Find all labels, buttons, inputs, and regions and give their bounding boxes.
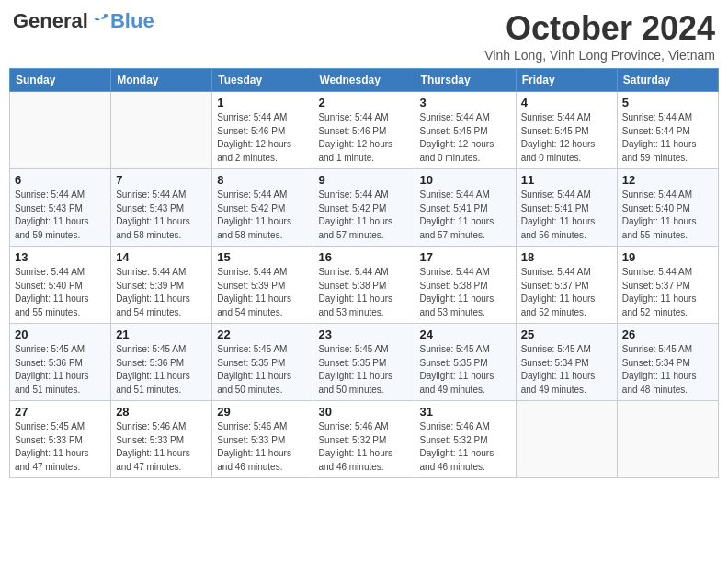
day-number: 26 xyxy=(622,327,713,341)
calendar-day-cell: 31Sunrise: 5:46 AM Sunset: 5:32 PM Dayli… xyxy=(415,401,516,478)
calendar-day-cell: 18Sunrise: 5:44 AM Sunset: 5:37 PM Dayli… xyxy=(516,247,617,324)
calendar-day-cell: 4Sunrise: 5:44 AM Sunset: 5:45 PM Daylig… xyxy=(516,92,617,169)
day-info: Sunrise: 5:44 AM Sunset: 5:45 PM Dayligh… xyxy=(420,111,511,165)
day-of-week-header: Monday xyxy=(111,69,212,92)
calendar-day-cell: 25Sunrise: 5:45 AM Sunset: 5:34 PM Dayli… xyxy=(516,324,617,401)
calendar-header-row: SundayMondayTuesdayWednesdayThursdayFrid… xyxy=(10,69,719,92)
day-info: Sunrise: 5:44 AM Sunset: 5:45 PM Dayligh… xyxy=(521,111,612,165)
day-of-week-header: Sunday xyxy=(10,69,111,92)
calendar-day-cell: 12Sunrise: 5:44 AM Sunset: 5:40 PM Dayli… xyxy=(617,169,718,247)
day-number: 31 xyxy=(420,405,511,419)
calendar-week-row: 6Sunrise: 5:44 AM Sunset: 5:43 PM Daylig… xyxy=(10,169,719,247)
day-number: 9 xyxy=(318,173,409,187)
day-number: 17 xyxy=(420,250,511,264)
day-info: Sunrise: 5:45 AM Sunset: 5:35 PM Dayligh… xyxy=(420,343,511,396)
day-info: Sunrise: 5:45 AM Sunset: 5:34 PM Dayligh… xyxy=(521,343,612,396)
calendar-week-row: 13Sunrise: 5:44 AM Sunset: 5:40 PM Dayli… xyxy=(10,247,719,324)
calendar-day-cell: 16Sunrise: 5:44 AM Sunset: 5:38 PM Dayli… xyxy=(313,247,415,324)
calendar-day-cell: 20Sunrise: 5:45 AM Sunset: 5:36 PM Dayli… xyxy=(10,324,111,401)
day-number: 24 xyxy=(420,327,511,341)
day-number: 2 xyxy=(318,96,409,109)
calendar-day-cell: 9Sunrise: 5:44 AM Sunset: 5:42 PM Daylig… xyxy=(313,169,415,247)
day-info: Sunrise: 5:44 AM Sunset: 5:37 PM Dayligh… xyxy=(622,266,713,319)
day-info: Sunrise: 5:44 AM Sunset: 5:43 PM Dayligh… xyxy=(116,189,207,242)
calendar-day-cell: 28Sunrise: 5:46 AM Sunset: 5:33 PM Dayli… xyxy=(111,401,212,478)
calendar-day-cell: 23Sunrise: 5:45 AM Sunset: 5:35 PM Dayli… xyxy=(313,324,415,401)
day-info: Sunrise: 5:44 AM Sunset: 5:39 PM Dayligh… xyxy=(116,266,207,319)
day-info: Sunrise: 5:44 AM Sunset: 5:42 PM Dayligh… xyxy=(318,189,409,242)
day-number: 4 xyxy=(521,96,612,109)
day-info: Sunrise: 5:46 AM Sunset: 5:33 PM Dayligh… xyxy=(116,420,207,474)
day-number: 6 xyxy=(15,173,106,187)
calendar-day-cell: 19Sunrise: 5:44 AM Sunset: 5:37 PM Dayli… xyxy=(617,247,718,324)
calendar-day-cell: 24Sunrise: 5:45 AM Sunset: 5:35 PM Dayli… xyxy=(415,324,516,401)
day-number: 14 xyxy=(116,250,207,264)
calendar-day-cell: 15Sunrise: 5:44 AM Sunset: 5:39 PM Dayli… xyxy=(212,247,313,324)
day-number: 11 xyxy=(521,173,612,187)
day-info: Sunrise: 5:44 AM Sunset: 5:46 PM Dayligh… xyxy=(217,111,308,165)
day-of-week-header: Tuesday xyxy=(212,69,313,92)
day-number: 20 xyxy=(15,327,106,341)
day-info: Sunrise: 5:46 AM Sunset: 5:32 PM Dayligh… xyxy=(420,420,511,474)
day-info: Sunrise: 5:44 AM Sunset: 5:38 PM Dayligh… xyxy=(318,266,409,319)
calendar-week-row: 27Sunrise: 5:45 AM Sunset: 5:33 PM Dayli… xyxy=(10,401,719,478)
day-number: 23 xyxy=(318,327,409,341)
day-number: 8 xyxy=(217,173,308,187)
calendar-day-cell: 22Sunrise: 5:45 AM Sunset: 5:35 PM Dayli… xyxy=(212,324,313,401)
calendar-day-cell: 27Sunrise: 5:45 AM Sunset: 5:33 PM Dayli… xyxy=(10,401,111,478)
day-info: Sunrise: 5:46 AM Sunset: 5:32 PM Dayligh… xyxy=(318,420,409,474)
calendar-day-cell: 2Sunrise: 5:44 AM Sunset: 5:46 PM Daylig… xyxy=(313,92,415,169)
day-number: 21 xyxy=(116,327,207,341)
day-info: Sunrise: 5:45 AM Sunset: 5:35 PM Dayligh… xyxy=(318,343,409,396)
day-number: 12 xyxy=(622,173,713,187)
day-number: 19 xyxy=(622,250,713,264)
day-info: Sunrise: 5:45 AM Sunset: 5:36 PM Dayligh… xyxy=(15,343,106,396)
calendar-day-cell: 10Sunrise: 5:44 AM Sunset: 5:41 PM Dayli… xyxy=(415,169,516,247)
day-number: 13 xyxy=(15,250,106,264)
day-info: Sunrise: 5:44 AM Sunset: 5:39 PM Dayligh… xyxy=(217,266,308,319)
day-info: Sunrise: 5:44 AM Sunset: 5:43 PM Dayligh… xyxy=(15,189,106,242)
day-info: Sunrise: 5:44 AM Sunset: 5:41 PM Dayligh… xyxy=(521,189,612,242)
calendar-day-cell: 21Sunrise: 5:45 AM Sunset: 5:36 PM Dayli… xyxy=(111,324,212,401)
calendar-day-cell: 30Sunrise: 5:46 AM Sunset: 5:32 PM Dayli… xyxy=(313,401,415,478)
calendar-day-cell: 11Sunrise: 5:44 AM Sunset: 5:41 PM Dayli… xyxy=(516,169,617,247)
day-number: 29 xyxy=(217,405,308,419)
day-number: 1 xyxy=(217,96,308,109)
calendar-day-cell: 8Sunrise: 5:44 AM Sunset: 5:42 PM Daylig… xyxy=(212,169,313,247)
day-info: Sunrise: 5:45 AM Sunset: 5:36 PM Dayligh… xyxy=(116,343,207,396)
day-number: 27 xyxy=(15,405,106,419)
day-info: Sunrise: 5:44 AM Sunset: 5:40 PM Dayligh… xyxy=(15,266,106,319)
day-info: Sunrise: 5:46 AM Sunset: 5:33 PM Dayligh… xyxy=(217,420,308,474)
day-info: Sunrise: 5:45 AM Sunset: 5:33 PM Dayligh… xyxy=(15,420,106,474)
location: Vinh Long, Vinh Long Province, Vietnam xyxy=(484,48,715,63)
calendar-day-cell: 3Sunrise: 5:44 AM Sunset: 5:45 PM Daylig… xyxy=(415,92,516,169)
day-of-week-header: Wednesday xyxy=(313,69,415,92)
logo-blue-text: Blue xyxy=(110,9,154,33)
day-of-week-header: Saturday xyxy=(617,69,718,92)
day-info: Sunrise: 5:44 AM Sunset: 5:41 PM Dayligh… xyxy=(420,189,511,242)
calendar-week-row: 1Sunrise: 5:44 AM Sunset: 5:46 PM Daylig… xyxy=(10,92,719,169)
calendar-day-cell: 13Sunrise: 5:44 AM Sunset: 5:40 PM Dayli… xyxy=(10,247,111,324)
day-info: Sunrise: 5:44 AM Sunset: 5:38 PM Dayligh… xyxy=(420,266,511,319)
day-number: 25 xyxy=(521,327,612,341)
calendar-day-cell: 1Sunrise: 5:44 AM Sunset: 5:46 PM Daylig… xyxy=(212,92,313,169)
day-info: Sunrise: 5:44 AM Sunset: 5:40 PM Dayligh… xyxy=(622,189,713,242)
calendar-day-cell: 6Sunrise: 5:44 AM Sunset: 5:43 PM Daylig… xyxy=(10,169,111,247)
logo: General Blue xyxy=(13,9,154,33)
calendar-day-cell: 17Sunrise: 5:44 AM Sunset: 5:38 PM Dayli… xyxy=(415,247,516,324)
day-of-week-header: Friday xyxy=(516,69,617,92)
title-block: October 2024 Vinh Long, Vinh Long Provin… xyxy=(484,9,715,63)
calendar-day-cell: 26Sunrise: 5:45 AM Sunset: 5:34 PM Dayli… xyxy=(617,324,718,401)
calendar-day-cell xyxy=(516,401,617,478)
day-number: 15 xyxy=(217,250,308,264)
logo-general-text: General xyxy=(13,9,88,33)
day-info: Sunrise: 5:44 AM Sunset: 5:37 PM Dayligh… xyxy=(521,266,612,319)
day-number: 3 xyxy=(420,96,511,109)
day-number: 18 xyxy=(521,250,612,264)
page-header: General Blue October 2024 Vinh Long, Vin… xyxy=(9,9,719,63)
day-number: 5 xyxy=(622,96,713,109)
day-number: 10 xyxy=(420,173,511,187)
day-number: 30 xyxy=(318,405,409,419)
day-number: 7 xyxy=(116,173,207,187)
day-number: 28 xyxy=(116,405,207,419)
